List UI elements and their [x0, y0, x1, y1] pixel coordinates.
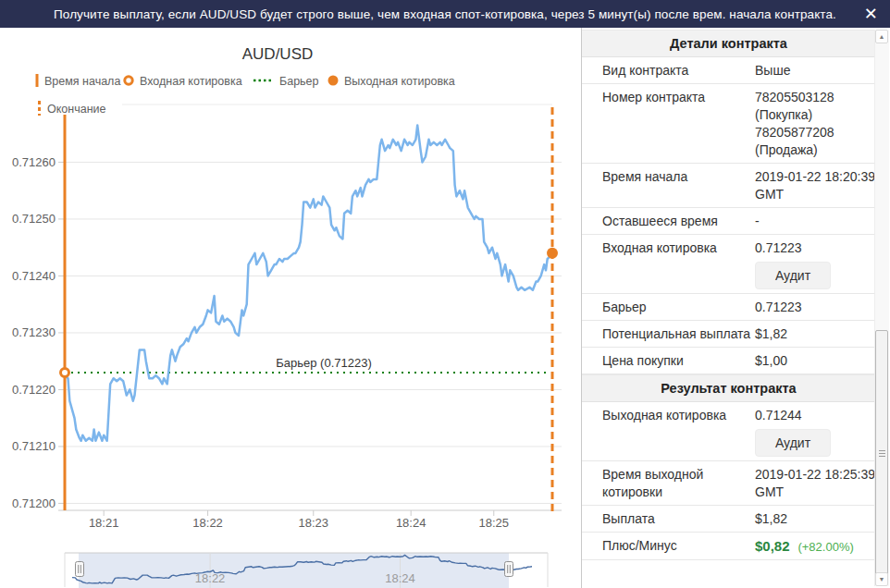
scrollbar-grip-icon [879, 453, 885, 454]
exit-time-label: Время выходной котировки [602, 466, 755, 501]
exit-spot-value-cell: 0.71244 Аудит [755, 407, 871, 457]
details-header: Детали контракта [582, 30, 875, 57]
payout-value: $1,82 [755, 510, 871, 528]
sidebar-scrollbar[interactable]: ▲ ▼ [874, 30, 889, 586]
entry-spot-label: Входная котировка [602, 239, 755, 289]
legend-start-time: Время начала [44, 75, 120, 88]
chart-title: AUD/USD [242, 45, 314, 63]
exit-spot-audit-button[interactable]: Аудит [755, 429, 831, 457]
potential-payout-row: Потенциальная выплата $1,82 [582, 321, 875, 348]
start-time-row: Время начала 2019-01-22 18:20:39 GMT [582, 164, 875, 208]
payout-description-bar: Получите выплату, если AUD/USD будет стр… [0, 0, 890, 28]
sell-ref-type: (Продажа) [755, 141, 871, 159]
start-time-datetime: 2019-01-22 18:20:39 [755, 168, 875, 186]
navigator-right-handle[interactable] [505, 562, 513, 577]
y-gridlines [58, 162, 562, 516]
entry-spot-legend-icon [125, 77, 132, 84]
barrier-label: Барьер [602, 299, 755, 316]
payout-description-text: Получите выплату, если AUD/USD будет стр… [54, 7, 836, 21]
entry-spot-audit-button[interactable]: Аудит [755, 262, 831, 289]
contract-number-row: Номер контракта 78205503128 (Покупка) 78… [582, 84, 875, 164]
svg-text:18:25: 18:25 [478, 516, 509, 530]
chart-panel: 0.712000.712100.712200.712300.712400.712… [0, 28, 581, 588]
contract-number-label: Номер контракта [602, 89, 755, 159]
start-time-label: Время начала [602, 168, 755, 203]
entry-spot-value: 0.71223 [755, 239, 871, 257]
contract-details-content: Детали контракта Вид контракта Выше Номе… [582, 30, 875, 560]
barrier-annotation: Барьер (0.71223) [276, 356, 372, 370]
contract-type-row: Вид контракта Выше [582, 57, 875, 84]
exit-time-row: Время выходной котировки 2019-01-22 18:2… [582, 461, 875, 506]
profit-loss-percent: (+82.00%) [797, 540, 853, 554]
profit-loss-value-cell: $0,82 (+82.00%) [755, 537, 871, 556]
purchase-price-row: Цена покупки $1,00 [582, 348, 875, 374]
exit-spot-legend-icon [328, 76, 339, 86]
potential-payout-value: $1,82 [755, 325, 871, 343]
remaining-time-label: Оставшееся время [602, 213, 755, 230]
axis-labels: 0.712000.712100.712200.712300.712400.712… [12, 155, 509, 530]
exit-time-datetime: 2019-01-22 18:25:39 [755, 466, 875, 484]
scrollbar-thumb[interactable] [875, 330, 888, 575]
close-icon[interactable]: ✕ [864, 6, 878, 22]
legend-end-time: Окончание [47, 103, 106, 116]
sell-ref-id: 78205877208 [755, 124, 871, 141]
start-time-tz: GMT [755, 186, 875, 203]
svg-text:18:21: 18:21 [89, 516, 119, 530]
buy-ref-id: 78205503128 [755, 89, 871, 106]
legend-barrier: Барьер [279, 75, 319, 88]
navigator[interactable]: 18:2218:24 [65, 553, 548, 588]
purchase-price-value: $1,00 [755, 352, 871, 370]
exit-spot-marker [547, 248, 558, 259]
svg-text:18:24: 18:24 [396, 516, 426, 530]
navigator-left-handle[interactable] [76, 562, 84, 577]
contract-type-label: Вид контракта [602, 62, 755, 80]
svg-text:18:24: 18:24 [385, 571, 415, 585]
entry-spot-row: Входная котировка 0.71223 Аудит [582, 235, 875, 294]
buy-ref-type: (Покупка) [755, 106, 871, 124]
svg-text:0.71260: 0.71260 [12, 155, 56, 169]
remaining-time-row: Оставшееся время - [582, 208, 875, 235]
barrier-row: Барьер 0.71223 [582, 294, 875, 321]
svg-text:0.71200: 0.71200 [12, 496, 56, 510]
svg-text:18:22: 18:22 [192, 516, 223, 530]
entry-spot-marker [61, 369, 69, 377]
profit-loss-label: Плюс/Минус [602, 537, 755, 556]
price-chart: 0.712000.712100.712200.712300.712400.712… [0, 28, 581, 588]
scrollbar-up-icon[interactable]: ▲ [875, 30, 888, 43]
scrollbar-down-icon[interactable]: ▼ [875, 572, 888, 586]
svg-text:0.71250: 0.71250 [12, 212, 56, 226]
svg-text:18:23: 18:23 [298, 516, 328, 530]
profit-loss-value: $0,82 [755, 538, 790, 554]
contract-number-value: 78205503128 (Покупка) 78205877208 (Прода… [755, 89, 871, 159]
start-time-legend-icon [36, 74, 39, 87]
profit-loss-row: Плюс/Минус $0,82 (+82.00%) [582, 533, 875, 560]
start-end-plotlines [65, 107, 552, 514]
contract-details-panel: Детали контракта Вид контракта Выше Номе… [581, 28, 890, 588]
exit-time-value: 2019-01-22 18:25:39 GMT [755, 466, 875, 501]
legend-entry-spot: Входная котировка [140, 75, 242, 88]
remaining-time-value: - [755, 213, 871, 230]
svg-text:0.71230: 0.71230 [12, 325, 56, 339]
start-time-value: 2019-01-22 18:20:39 GMT [755, 168, 875, 203]
svg-text:0.71210: 0.71210 [12, 439, 56, 453]
contract-type-value: Выше [755, 62, 871, 80]
price-series [65, 126, 552, 441]
purchase-price-label: Цена покупки [602, 352, 755, 370]
legend-exit-spot: Выходная котировка [344, 75, 455, 88]
svg-text:0.71240: 0.71240 [12, 269, 56, 283]
entry-spot-value-cell: 0.71223 Аудит [755, 239, 871, 289]
payout-row: Выплата $1,82 [582, 506, 875, 533]
svg-text:0.71220: 0.71220 [12, 383, 56, 397]
contract-view: 0.712000.712100.712200.712300.712400.712… [0, 28, 890, 588]
exit-spot-label: Выходная котировка [602, 407, 755, 457]
payout-label: Выплата [602, 510, 755, 528]
potential-payout-label: Потенциальная выплата [602, 325, 755, 343]
exit-time-tz: GMT [755, 484, 875, 501]
result-header: Результат контракта [582, 374, 875, 402]
exit-spot-row: Выходная котировка 0.71244 Аудит [582, 402, 875, 461]
barrier-value: 0.71223 [755, 299, 871, 316]
exit-spot-value: 0.71244 [755, 407, 871, 424]
